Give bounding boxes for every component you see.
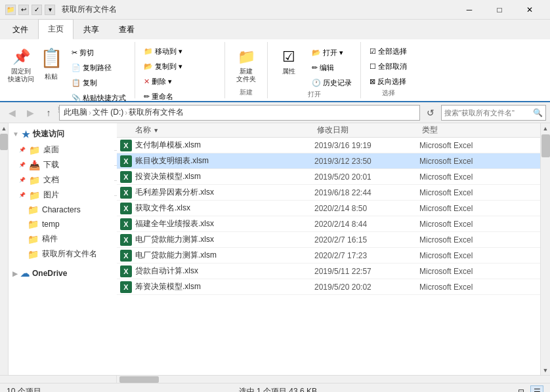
history-button[interactable]: 🕐 历史记录: [308, 76, 355, 90]
tab-view[interactable]: 查看: [109, 20, 144, 39]
copy-button[interactable]: 📋 复制: [68, 76, 129, 90]
paste-icon: 📋: [40, 49, 63, 68]
file-row[interactable]: 获取文件名.xlsx2020/2/14 8:50Microsoft Excel: [117, 201, 540, 216]
sidebar-section-onedrive[interactable]: ▶ ☁ OneDrive: [9, 265, 125, 281]
h-scroll-sidebar: [0, 376, 117, 383]
refresh-button[interactable]: ↺: [423, 105, 438, 121]
file-row[interactable]: 福建全年业绩报表.xlsx2020/2/14 8:44Microsoft Exc…: [117, 216, 540, 232]
sidebar-item-getfilenames[interactable]: 📁 获取所有文件名: [9, 246, 125, 262]
sidebar-label-draft: 稿件: [42, 233, 58, 245]
sidebar-item-desktop[interactable]: 📌 📁 桌面 →: [9, 142, 125, 157]
file-type: Microsoft Excel: [419, 251, 538, 260]
file-type: Microsoft Excel: [419, 220, 538, 229]
h-scroll-track: [117, 376, 550, 383]
open-buttons: ☑ 属性 📂 打开 ▾ ✏ 编辑 🕐 历史记录: [273, 42, 355, 90]
properties-button[interactable]: ☑ 属性: [273, 45, 305, 77]
onedrive-label: OneDrive: [32, 269, 67, 278]
sidebar-item-downloads[interactable]: 📌 📥 下载 →: [9, 157, 125, 172]
copy-to-button[interactable]: 📂 复制到 ▾: [140, 60, 219, 73]
new-folder-button[interactable]: 📁 新建文件夹: [230, 45, 262, 85]
window-title: 获取所有文件名: [62, 4, 117, 15]
folder-icon7: 📁: [28, 234, 39, 245]
delete-button[interactable]: ✕ 删除 ▾: [140, 75, 219, 88]
excel-icon: [120, 187, 132, 199]
tab-share[interactable]: 共享: [74, 20, 109, 39]
tab-home[interactable]: 主页: [38, 19, 74, 39]
sidebar-section-quickaccess[interactable]: ▼ ★ 快速访问: [9, 126, 125, 142]
path-part-2: 文件 (D:): [93, 107, 123, 118]
file-row[interactable]: 电厂贷款能力测算.xlsm2020/2/7 17:23Microsoft Exc…: [117, 248, 540, 264]
quick-access-icon1[interactable]: ↩: [18, 5, 29, 15]
quick-access-icon3[interactable]: ▾: [45, 5, 55, 15]
scroll-thumb[interactable]: [541, 134, 550, 157]
sidebar-scroll-thumb[interactable]: [0, 134, 8, 150]
sidebar: ▼ ★ 快速访问 📌 📁 桌面 → 📌 📥 下载 → 📌 📁 文档 →: [9, 123, 125, 375]
status-bar: 10 个项目 选中 1 个项目 43.6 KB ⊟ ☰: [0, 383, 550, 392]
sidebar-item-draft[interactable]: 📁 稿件: [9, 231, 125, 246]
quick-access-icon2[interactable]: ✓: [32, 5, 42, 15]
maximize-button[interactable]: □: [484, 0, 515, 20]
paste-shortcut-label: 粘贴快捷方式: [83, 93, 126, 103]
file-count: 10 个项目: [7, 386, 41, 392]
copy-path-button[interactable]: 📄 复制路径: [68, 61, 129, 75]
h-scroll-thumb[interactable]: [119, 376, 159, 383]
scroll-down-btn[interactable]: ▼: [541, 365, 550, 375]
pin-icon: 📌: [11, 47, 32, 68]
open-button[interactable]: 📂 打开 ▾: [308, 46, 355, 60]
up-button[interactable]: ↑: [41, 105, 56, 121]
invert-button[interactable]: ⊠ 反向选择: [366, 75, 410, 88]
paste-shortcut-button[interactable]: 📎 粘贴快捷方式: [68, 91, 129, 105]
file-row[interactable]: 投资决策模型.xlsm2019/5/20 20:01Microsoft Exce…: [117, 169, 540, 185]
col-name[interactable]: 名称 ▼: [133, 125, 314, 136]
path-sep-2: ›: [125, 108, 127, 117]
sidebar-scroll-up[interactable]: ▲: [0, 125, 8, 132]
file-row[interactable]: 筹资决策模型.xlsm2019/5/20 20:02Microsoft Exce…: [117, 279, 540, 295]
download-folder-icon: 📥: [29, 160, 40, 170]
deselect-button[interactable]: ☐ 全部取消: [366, 60, 410, 73]
rename-button[interactable]: ✏ 重命名: [140, 90, 219, 104]
paste-button[interactable]: 📋: [38, 46, 64, 71]
file-type: Microsoft Excel: [419, 283, 538, 292]
sidebar-label-characters: Characters: [42, 205, 81, 214]
address-path[interactable]: 此电脑 › 文件 (D:) › 获取所有文件名: [59, 105, 420, 121]
view-list-button[interactable]: ⊟: [515, 385, 528, 393]
file-name: 电厂贷款能力测算.xlsm: [135, 250, 314, 261]
sidebar-item-documents[interactable]: 📌 📁 文档 →: [9, 172, 125, 187]
file-row[interactable]: 电厂贷款能力测算.xlsx2020/2/7 16:15Microsoft Exc…: [117, 232, 540, 248]
pin-button[interactable]: 📌 固定到快速访问: [5, 45, 37, 85]
file-row[interactable]: 毛利差异因素分析.xlsx2019/6/18 22:44Microsoft Ex…: [117, 185, 540, 201]
edit-icon: ✏: [312, 64, 318, 72]
file-row[interactable]: 账目收支明细表.xlsm2019/3/12 23:50Microsoft Exc…: [117, 153, 540, 169]
sidebar-label-desktop: 桌面: [43, 144, 59, 155]
col-date[interactable]: 修改日期: [314, 125, 419, 136]
file-type: Microsoft Excel: [419, 188, 538, 197]
sidebar-label-pictures: 图片: [43, 189, 59, 201]
excel-icon: [120, 155, 132, 167]
file-row[interactable]: 贷款自动计算.xlsx2019/5/11 22:57Microsoft Exce…: [117, 264, 540, 279]
search-input[interactable]: [444, 109, 532, 117]
cut-button[interactable]: ✂ 剪切: [68, 46, 129, 60]
quickaccess-label: 快速访问: [33, 128, 64, 140]
select-all-button[interactable]: ☑ 全部选择: [366, 45, 410, 58]
delete-label: 删除 ▾: [152, 77, 172, 87]
ribbon-group-new: 📁 新建文件夹 新建: [225, 42, 268, 98]
sidebar-item-temp[interactable]: 📁 temp: [9, 217, 125, 231]
main-area: ▲ ▼ ★ 快速访问 📌 📁 桌面 → 📌 📥 下载 → 📌: [0, 123, 550, 375]
view-buttons: ⊟ ☰: [515, 385, 543, 393]
file-icon: [119, 139, 133, 152]
file-row[interactable]: 支付制单模板.xlsm2019/3/16 19:19Microsoft Exce…: [117, 138, 540, 153]
sidebar-item-pictures[interactable]: 📌 📁 图片 →: [9, 187, 125, 203]
sidebar-item-characters[interactable]: 📁 Characters: [9, 203, 125, 217]
view-detail-button[interactable]: ☰: [530, 385, 543, 393]
move-to-button[interactable]: 📁 移动到 ▾: [140, 45, 219, 58]
scroll-up-btn[interactable]: ▲: [541, 123, 550, 133]
edit-button[interactable]: ✏ 编辑: [308, 61, 355, 75]
minimize-button[interactable]: ─: [454, 0, 484, 20]
close-button[interactable]: ✕: [515, 0, 545, 20]
col-type[interactable]: 类型: [419, 125, 538, 136]
file-date: 2019/3/16 19:19: [314, 141, 419, 150]
search-box[interactable]: 🔍: [441, 105, 546, 121]
file-type: Microsoft Excel: [419, 141, 538, 150]
file-icon: [119, 265, 133, 278]
tab-file[interactable]: 文件: [3, 20, 38, 39]
